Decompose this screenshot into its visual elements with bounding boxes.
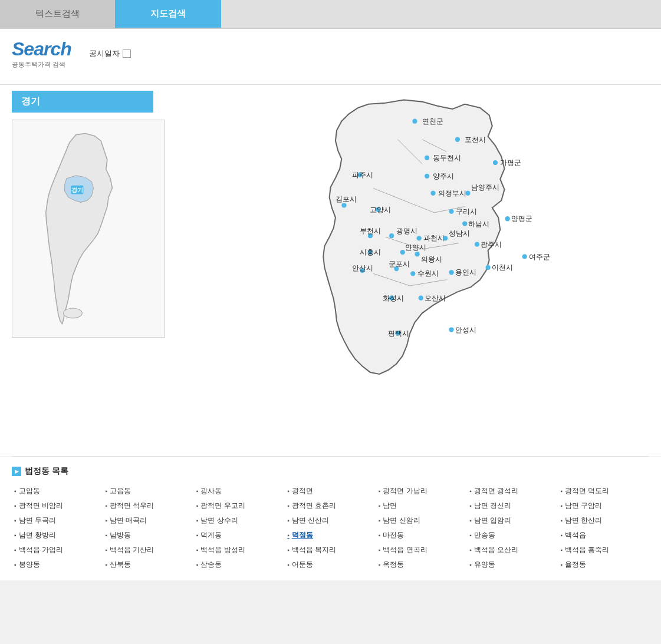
list-item[interactable]: 백석읍 가업리 — [12, 544, 103, 556]
svg-point-19 — [493, 160, 498, 165]
map-section: 경기 경기 경기 — [0, 85, 661, 456]
svg-text:광주시: 광주시 — [481, 240, 502, 249]
list-item[interactable]: 남면 황방리 — [12, 529, 103, 541]
list-item[interactable]: 만송동 — [467, 529, 558, 541]
list-item[interactable]: 남면 경신리 — [467, 500, 558, 512]
svg-text:평택시: 평택시 — [388, 329, 409, 338]
svg-text:양평군: 양평군 — [511, 214, 532, 223]
svg-point-65 — [522, 254, 527, 259]
left-panel: 경기 경기 경기 — [12, 91, 171, 444]
list-item[interactable]: 마전동 — [376, 529, 467, 541]
svg-point-25 — [430, 191, 435, 196]
list-item[interactable]: 어둔동 — [285, 559, 376, 571]
list-item[interactable]: 봉양동 — [12, 559, 103, 571]
list-item[interactable]: 광사동 — [194, 485, 285, 497]
svg-text:안산시: 안산시 — [352, 264, 373, 272]
brand-logo: Search 공동주택가격 검색 — [12, 38, 71, 69]
svg-text:양주시: 양주시 — [433, 172, 454, 180]
dong-list: 고암동고읍동광사동광적면광적면 가납리광적면 광석리광적면 덕도리광적면 비암리… — [12, 485, 649, 571]
list-item[interactable]: 백석읍 홍죽리 — [558, 544, 649, 556]
svg-point-53 — [415, 252, 419, 256]
list-item[interactable]: 광적면 우고리 — [194, 500, 285, 512]
svg-text:포천시: 포천시 — [465, 136, 486, 144]
svg-text:동두천시: 동두천시 — [433, 154, 461, 162]
svg-text:안양시: 안양시 — [405, 243, 426, 252]
svg-text:광명시: 광명시 — [396, 227, 417, 235]
svg-point-45 — [443, 236, 448, 240]
list-item[interactable]: 덕정동 — [285, 529, 376, 541]
list-item[interactable]: 남면 한산리 — [558, 514, 649, 527]
list-item[interactable]: 남면 상수리 — [194, 514, 285, 527]
svg-point-23 — [425, 174, 429, 179]
list-item[interactable]: 백석읍 — [558, 529, 649, 541]
legal-dong-header: 법정동 목록 — [12, 466, 649, 477]
list-item[interactable]: 남면 입암리 — [467, 514, 558, 527]
list-item[interactable]: 백석읍 연곡리 — [376, 544, 467, 556]
list-item[interactable]: 광적면 덕도리 — [558, 485, 649, 497]
svg-point-29 — [341, 203, 346, 207]
gyeonggi-map-area: 연천군 포천시 동두천시 가평군 파주시 양주시 의정부시 — [183, 91, 649, 444]
svg-text:오산시: 오산시 — [425, 294, 446, 302]
list-item[interactable]: 옥정동 — [376, 559, 467, 571]
list-item[interactable]: 광적면 비암리 — [12, 500, 103, 512]
list-item[interactable]: 고읍동 — [103, 485, 193, 497]
list-item[interactable]: 백석읍 기산리 — [103, 544, 193, 556]
publish-date-checkbox[interactable] — [123, 49, 131, 58]
svg-point-13 — [412, 119, 417, 124]
list-item[interactable]: 산북동 — [103, 559, 193, 571]
svg-point-33 — [449, 209, 453, 214]
list-item[interactable]: 백석읍 오산리 — [467, 544, 558, 556]
list-item[interactable]: 광적면 효촌리 — [285, 500, 376, 512]
svg-point-41 — [389, 233, 394, 238]
svg-text:가평군: 가평군 — [500, 158, 521, 167]
list-item[interactable]: 남면 매곡리 — [103, 514, 193, 527]
svg-text:김포시: 김포시 — [336, 195, 357, 203]
region-label: 경기 — [12, 91, 153, 113]
gyeonggi-map: 연천군 포천시 동두천시 가평군 파주시 양주시 의정부시 — [183, 91, 649, 444]
list-item[interactable]: 백석읍 복지리 — [285, 544, 376, 556]
legal-dong-header-title: 법정동 목록 — [25, 466, 68, 477]
svg-text:화성시: 화성시 — [383, 294, 404, 302]
list-item[interactable]: 고암동 — [12, 485, 103, 497]
svg-text:부천시: 부천시 — [360, 227, 381, 235]
svg-text:하남시: 하남시 — [468, 220, 489, 228]
svg-text:구리시: 구리시 — [456, 207, 477, 216]
legal-dong-header-icon — [12, 467, 21, 476]
svg-point-63 — [485, 265, 490, 270]
svg-text:군포시: 군포시 — [389, 260, 410, 268]
list-item[interactable]: 남방동 — [103, 529, 193, 541]
svg-point-51 — [400, 250, 405, 255]
svg-point-27 — [465, 191, 470, 196]
svg-point-69 — [419, 296, 423, 300]
svg-point-0 — [64, 308, 83, 318]
list-item[interactable]: 남면 신암리 — [376, 514, 467, 527]
svg-point-61 — [449, 270, 453, 275]
korea-overview-map: 경기 경기 — [12, 120, 165, 338]
list-item[interactable]: 남면 구암리 — [558, 500, 649, 512]
brand-subtitle: 공동주택가격 검색 — [12, 60, 71, 69]
list-item[interactable]: 백석읍 방성리 — [194, 544, 285, 556]
list-item[interactable]: 남면 — [376, 500, 467, 512]
tab-text-search[interactable]: 텍스트검색 — [0, 0, 115, 28]
list-item[interactable]: 남면 신산리 — [285, 514, 376, 527]
svg-text:안성시: 안성시 — [455, 326, 476, 334]
svg-text:용인시: 용인시 — [455, 268, 476, 276]
list-item[interactable]: 광적면 가납리 — [376, 485, 467, 497]
list-item[interactable]: 유양동 — [467, 559, 558, 571]
svg-text:과천시: 과천시 — [423, 234, 445, 242]
list-item[interactable]: 덕계동 — [194, 529, 285, 541]
list-item[interactable]: 삼송동 — [194, 559, 285, 571]
list-item[interactable]: 광적면 석우리 — [103, 500, 193, 512]
svg-point-15 — [455, 137, 460, 142]
list-item[interactable]: 남면 두곡리 — [12, 514, 103, 527]
svg-text:이천시: 이천시 — [492, 263, 513, 272]
tab-map-search[interactable]: 지도검색 — [115, 0, 221, 28]
list-item[interactable]: 광적면 — [285, 485, 376, 497]
list-item[interactable]: 광적면 광석리 — [467, 485, 558, 497]
svg-text:파주시: 파주시 — [352, 171, 373, 179]
publish-date-field: 공시일자 — [89, 48, 131, 59]
svg-point-43 — [417, 236, 422, 240]
list-item[interactable]: 율정동 — [558, 559, 649, 571]
svg-text:연천군: 연천군 — [422, 117, 443, 126]
svg-text:의왕시: 의왕시 — [421, 255, 442, 263]
